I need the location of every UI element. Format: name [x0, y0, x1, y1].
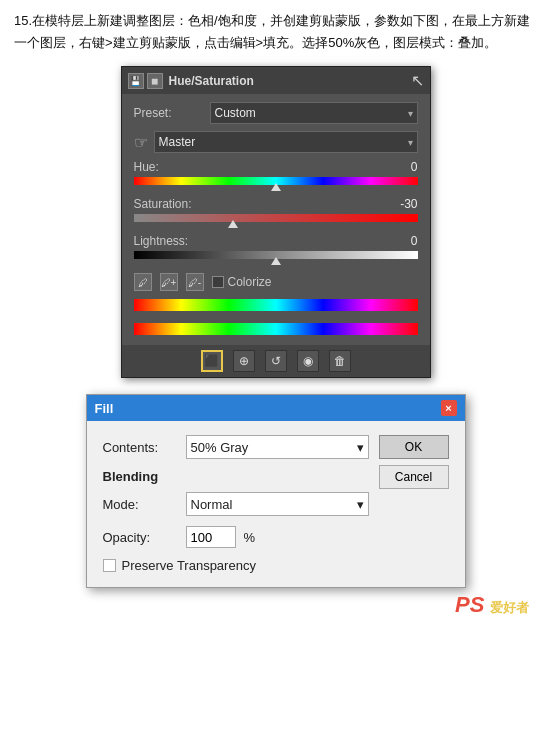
- preserve-checkbox[interactable]: [103, 559, 116, 572]
- rainbow-bar-top: [134, 299, 418, 311]
- hue-value: 0: [388, 160, 418, 174]
- hue-label: Hue:: [134, 160, 159, 174]
- link-icon[interactable]: ⊕: [233, 350, 255, 372]
- preset-row: Preset: Custom ▾: [134, 102, 418, 124]
- rainbow-bar-bottom: [134, 323, 418, 335]
- hs-dialog: 💾 ◼ Hue/Saturation ↖ Preset: Custom ▾ ☞ …: [121, 66, 431, 378]
- eyedropper-sub-icon[interactable]: 🖊-: [186, 273, 204, 291]
- hue-thumb[interactable]: [271, 183, 281, 191]
- contents-arrow-icon: ▾: [357, 440, 364, 455]
- ps-watermark: PS 爱好者: [14, 588, 537, 618]
- opacity-label: Opacity:: [103, 530, 178, 545]
- mode-arrow-icon: ▾: [357, 497, 364, 512]
- master-value: Master: [159, 135, 196, 149]
- mask-icon[interactable]: ◼: [147, 73, 163, 89]
- save-icon[interactable]: 💾: [128, 73, 144, 89]
- trash-icon[interactable]: 🗑: [329, 350, 351, 372]
- hand-icon[interactable]: ☞: [134, 133, 148, 152]
- hue-slider[interactable]: [134, 177, 418, 191]
- fill-buttons: OK Cancel: [379, 435, 449, 573]
- light-section: Lightness: 0: [134, 234, 418, 265]
- sat-label: Saturation:: [134, 197, 192, 211]
- hs-titlebar-icons: 💾 ◼: [128, 73, 163, 89]
- fill-body: Contents: 50% Gray ▾ Blending Mode: Norm…: [87, 421, 465, 587]
- sat-slider[interactable]: [134, 214, 418, 228]
- cancel-button[interactable]: Cancel: [379, 465, 449, 489]
- preserve-row: Preserve Transparency: [103, 558, 369, 573]
- ok-button[interactable]: OK: [379, 435, 449, 459]
- mode-dropdown[interactable]: Normal ▾: [186, 492, 369, 516]
- preset-arrow-icon: ▾: [408, 108, 413, 119]
- light-label-row: Lightness: 0: [134, 234, 418, 248]
- sat-track: [134, 214, 418, 222]
- master-row: ☞ Master ▾: [134, 131, 418, 153]
- sat-label-row: Saturation: -30: [134, 197, 418, 211]
- tools-row: 🖊 🖊+ 🖊- Colorize: [134, 273, 418, 291]
- preserve-label: Preserve Transparency: [122, 558, 256, 573]
- eyedropper-icon[interactable]: 🖊: [134, 273, 152, 291]
- eye-icon[interactable]: ◉: [297, 350, 319, 372]
- cursor-icon: ↖: [411, 71, 424, 90]
- colorize-checkbox[interactable]: [212, 276, 224, 288]
- ps-logo: PS: [455, 592, 484, 617]
- master-arrow-icon: ▾: [408, 137, 413, 148]
- fill-title: Fill: [95, 401, 114, 416]
- contents-value: 50% Gray: [191, 440, 249, 455]
- hue-section: Hue: 0: [134, 160, 418, 191]
- opacity-input[interactable]: [186, 526, 236, 548]
- clip-icon[interactable]: ⬛: [201, 350, 223, 372]
- fill-dialog: Fill × Contents: 50% Gray ▾ Blending Mod…: [86, 394, 466, 588]
- preset-dropdown[interactable]: Custom ▾: [210, 102, 418, 124]
- eyedropper-add-icon[interactable]: 🖊+: [160, 273, 178, 291]
- sat-section: Saturation: -30: [134, 197, 418, 228]
- color-bars: [134, 299, 418, 335]
- light-value: 0: [388, 234, 418, 248]
- hs-body: Preset: Custom ▾ ☞ Master ▾ Hue: 0: [122, 94, 430, 345]
- instruction-text: 15.在模特层上新建调整图层：色相/饱和度，并创建剪贴蒙版，参数如下图，在最上方…: [14, 10, 537, 54]
- fill-titlebar: Fill ×: [87, 395, 465, 421]
- undo-icon[interactable]: ↺: [265, 350, 287, 372]
- blending-label: Blending: [103, 469, 369, 484]
- ps-subtitle: 爱好者: [490, 600, 529, 615]
- mode-row: Mode: Normal ▾: [103, 492, 369, 516]
- opacity-row: Opacity: %: [103, 526, 369, 548]
- hs-title: Hue/Saturation: [169, 74, 254, 88]
- colorize-text: Colorize: [228, 275, 272, 289]
- master-dropdown[interactable]: Master ▾: [154, 131, 418, 153]
- light-slider[interactable]: [134, 251, 418, 265]
- contents-dropdown[interactable]: 50% Gray ▾: [186, 435, 369, 459]
- contents-label: Contents:: [103, 440, 178, 455]
- sat-value: -30: [388, 197, 418, 211]
- light-label: Lightness:: [134, 234, 189, 248]
- opacity-unit: %: [244, 530, 256, 545]
- preset-value: Custom: [215, 106, 256, 120]
- preset-label: Preset:: [134, 106, 204, 120]
- hs-footer: ⬛ ⊕ ↺ ◉ 🗑: [122, 345, 430, 377]
- mode-value: Normal: [191, 497, 233, 512]
- fill-close-button[interactable]: ×: [441, 400, 457, 416]
- contents-row: Contents: 50% Gray ▾: [103, 435, 369, 459]
- light-thumb[interactable]: [271, 257, 281, 265]
- colorize-label: Colorize: [212, 275, 272, 289]
- fill-main: Contents: 50% Gray ▾ Blending Mode: Norm…: [103, 435, 369, 573]
- mode-label: Mode:: [103, 497, 178, 512]
- page-content: 15.在模特层上新建调整图层：色相/饱和度，并创建剪贴蒙版，参数如下图，在最上方…: [0, 0, 551, 628]
- hs-titlebar: 💾 ◼ Hue/Saturation ↖: [122, 67, 430, 94]
- sat-thumb[interactable]: [228, 220, 238, 228]
- hue-label-row: Hue: 0: [134, 160, 418, 174]
